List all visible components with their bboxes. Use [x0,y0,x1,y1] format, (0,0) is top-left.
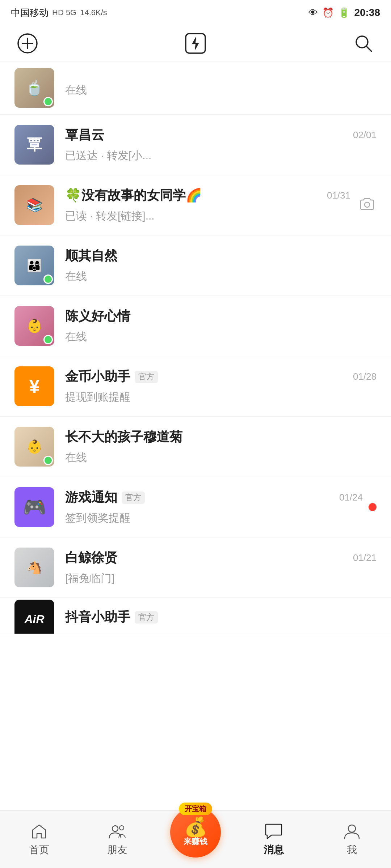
chat-item[interactable]: ¥ 金币小助手 官方 01/28 提现到账提醒 [0,356,391,417]
earn-money-inner: 💰 来赚钱 [184,817,207,847]
chat-name-row: 陈义好心情 [65,307,377,325]
nav-home[interactable]: 首页 [0,822,78,857]
avatar-wrap: AiR [14,600,54,634]
status-bar: 中国移动 HD 5G 14.6K/s 👁 ⏰ 🔋 20:38 [0,0,391,25]
chat-time: 01/21 [353,552,377,563]
chat-time: 01/31 [327,190,350,201]
chat-name-row: 游戏通知 官方 01/24 [65,489,363,506]
battery-icon: 🔋 [338,7,350,18]
chat-name-row: 白鲸徐贤 01/21 [65,549,377,567]
online-indicator [43,97,53,106]
chat-item[interactable]: 📚 🍀没有故事的女同学🌈 01/31 已读 · 转发[链接]... [0,175,391,235]
avatar: 🎮 [14,487,54,527]
add-button[interactable] [14,30,41,56]
chat-preview: 签到领奖提醒 [65,511,319,526]
avatar: AiR [14,600,54,634]
chat-preview: 在线 [65,269,319,284]
contact-name: 🍀没有故事的女同学🌈 [65,187,202,204]
svg-point-8 [119,826,124,830]
nav-friends-label: 朋友 [107,843,127,857]
official-badge: 官方 [135,371,158,383]
chat-info: 顺其自然 在线 [65,247,377,284]
avatar-wrap: 🐴 [14,548,54,587]
chat-name-row: 长不大的孩子穆道菊 [65,428,377,446]
nav-messages[interactable]: 消息 [235,822,313,857]
chat-item[interactable]: 🎮 游戏通知 官方 01/24 签到领奖提醒 [0,477,391,537]
chat-name-row: 顺其自然 [65,247,377,265]
search-button[interactable] [350,30,377,56]
open-box-badge: 开宝箱 [179,803,212,815]
avatar-wrap: 🎮 [14,487,54,527]
avatar: ¥ [14,366,54,406]
lightning-button[interactable] [185,33,206,54]
eye-icon: 👁 [308,7,318,18]
chat-item[interactable]: 🐴 白鲸徐贤 01/21 [福兔临门] [0,537,391,598]
avatar-wrap: 👶 [14,427,54,467]
avatar: 覃 [14,125,54,165]
chat-name-row: 🍀没有故事的女同学🌈 01/31 [65,187,350,204]
chat-preview: 在线 [65,83,319,98]
avatar-wrap: 📚 [14,185,54,225]
earn-money-circle: 开宝箱 💰 来赚钱 [170,807,221,858]
contact-name: 覃昌云 [65,126,104,144]
nav-messages-label: 消息 [264,843,284,857]
money-bag-icon: 💰 [184,817,207,836]
chat-preview: 在线 [65,450,319,465]
chat-time: 02/01 [353,129,377,141]
chat-time: 01/24 [339,492,363,503]
avatar-wrap: ¥ [14,366,54,406]
chat-list: 🍵 在线 覃 覃昌云 02/01 已送达 · 转发[小... [0,61,391,692]
chat-info: 陈义好心情 在线 [65,307,377,344]
avatar-wrap: 👨‍👩‍👦 [14,246,54,285]
svg-line-5 [366,46,371,51]
chat-preview: [福兔临门] [65,571,319,586]
nav-earn-money[interactable]: 开宝箱 💰 来赚钱 [156,821,235,858]
unread-indicator [369,503,377,511]
official-badge: 官方 [122,492,145,504]
chat-info: 🍀没有故事的女同学🌈 01/31 已读 · 转发[链接]... [65,187,350,224]
nav-profile-label: 我 [347,843,357,857]
camera-icon [358,195,377,215]
contact-name: 抖音小助手 官方 [65,608,158,626]
chat-item[interactable]: AiR 抖音小助手 官方 [0,598,391,634]
online-indicator [43,456,53,465]
chat-info: 抖音小助手 官方 [65,608,377,630]
contact-name: 长不大的孩子穆道菊 [65,428,182,446]
chat-item[interactable]: 覃 覃昌云 02/01 已送达 · 转发[小... [0,115,391,175]
avatar-wrap: 覃 [14,125,54,165]
avatar: 📚 [14,185,54,225]
chat-item[interactable]: 👨‍👩‍👦 顺其自然 在线 [0,235,391,296]
chat-info: 覃昌云 02/01 已送达 · 转发[小... [65,126,377,163]
nav-friends[interactable]: 朋友 [78,822,156,857]
avatar-wrap: 👶 [14,306,54,346]
chat-item[interactable]: 👶 长不大的孩子穆道菊 在线 [0,417,391,477]
chat-name-row: 覃昌云 02/01 [65,126,377,144]
contact-name: 金币小助手 官方 [65,368,158,386]
contact-name: 顺其自然 [65,247,117,265]
chat-name-row: 金币小助手 官方 01/28 [65,368,377,386]
chat-name-row: 抖音小助手 官方 [65,608,377,626]
chat-item[interactable]: 👶 陈义好心情 在线 [0,296,391,356]
contact-name: 白鲸徐贤 [65,549,117,567]
chat-item[interactable]: 🍵 在线 [0,61,391,115]
top-nav [0,25,391,61]
speed-text: 14.6K/s [80,8,107,17]
svg-point-9 [348,825,356,832]
status-right: 👁 ⏰ 🔋 20:38 [308,7,380,18]
chat-info: 游戏通知 官方 01/24 签到领奖提醒 [65,489,363,526]
alarm-icon: ⏰ [322,7,334,18]
chat-info: 金币小助手 官方 01/28 提现到账提醒 [65,368,377,405]
nav-profile[interactable]: 我 [313,822,391,857]
chat-info: 在线 [65,78,377,98]
svg-point-6 [365,202,370,207]
chat-preview: 已读 · 转发[链接]... [65,209,319,224]
online-indicator [43,275,53,284]
signal-text: HD 5G [52,8,76,17]
earn-money-label: 来赚钱 [184,836,207,847]
status-left: 中国移动 HD 5G 14.6K/s [11,7,107,19]
chat-info: 白鲸徐贤 01/21 [福兔临门] [65,549,377,586]
official-badge: 官方 [135,611,158,624]
chat-time: 01/28 [353,371,377,382]
contact-name: 游戏通知 官方 [65,489,145,506]
status-time: 20:38 [354,7,380,18]
